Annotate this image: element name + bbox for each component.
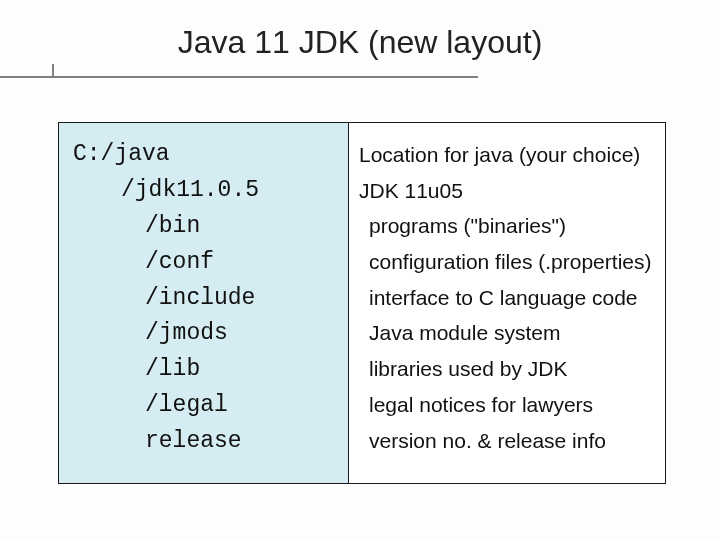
tree-include: /include: [73, 281, 348, 317]
desc-lib: libraries used by JDK: [359, 351, 657, 387]
tree-jmods: /jmods: [73, 316, 348, 352]
desc-jdk: JDK 11u05: [359, 173, 657, 209]
directory-tree: C:/java /jdk11.0.5 /bin /conf /include /…: [59, 123, 349, 483]
title-tick: [52, 64, 54, 76]
desc-include: interface to C language code: [359, 280, 657, 316]
tree-release: release: [73, 424, 348, 460]
tree-lib: /lib: [73, 352, 348, 388]
desc-legal: legal notices for lawyers: [359, 387, 657, 423]
tree-conf: /conf: [73, 245, 348, 281]
descriptions: Location for java (your choice) JDK 11u0…: [349, 123, 665, 483]
tree-legal: /legal: [73, 388, 348, 424]
desc-root: Location for java (your choice): [359, 137, 657, 173]
desc-release: version no. & release info: [359, 423, 657, 459]
desc-jmods: Java module system: [359, 315, 657, 351]
tree-root: C:/java: [73, 137, 348, 173]
desc-conf: configuration files (.properties): [359, 244, 657, 280]
tree-jdk: /jdk11.0.5: [73, 173, 348, 209]
slide-title: Java 11 JDK (new layout): [0, 0, 720, 69]
content-box: C:/java /jdk11.0.5 /bin /conf /include /…: [58, 122, 666, 484]
title-underline: [0, 76, 478, 78]
tree-bin: /bin: [73, 209, 348, 245]
desc-bin: programs ("binaries"): [359, 208, 657, 244]
